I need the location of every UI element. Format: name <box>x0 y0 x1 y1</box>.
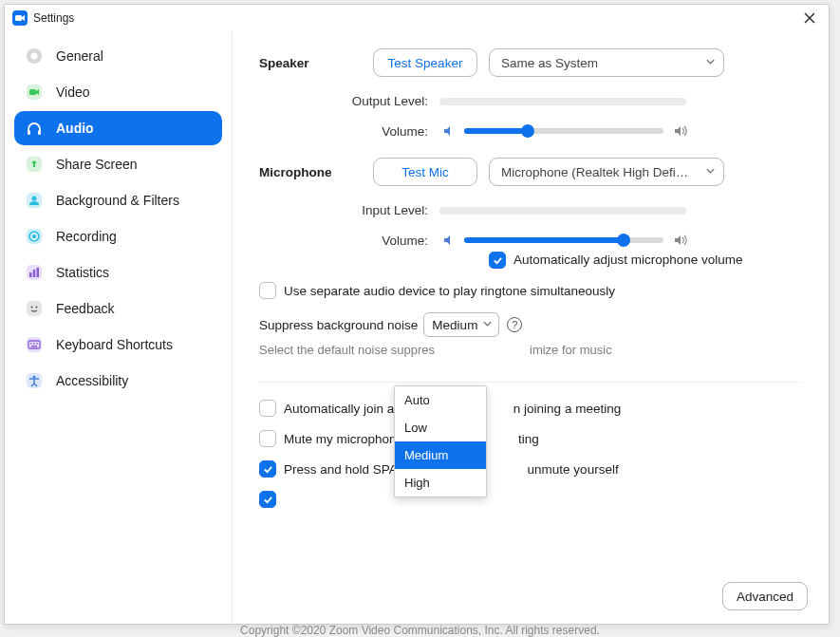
svg-rect-1 <box>15 15 22 21</box>
advanced-button[interactable]: Advanced <box>722 582 808 610</box>
mute-mic-row: Mute my microphone whting <box>259 430 802 447</box>
divider <box>259 382 802 383</box>
content: Speaker Test Speaker Same as System Outp… <box>233 31 829 624</box>
window-title: Settings <box>33 11 74 25</box>
noise-select-value: Medium <box>432 318 477 332</box>
sidebar-item-label: Audio <box>56 121 94 136</box>
speaker-low-icon <box>441 123 457 139</box>
sidebar-item-shortcuts[interactable]: Keyboard Shortcuts <box>14 328 222 362</box>
sidebar-item-share-screen[interactable]: Share Screen <box>14 147 222 181</box>
sidebar-item-feedback[interactable]: Feedback <box>14 291 222 326</box>
body: General Video Audio Share Screen Backgro… <box>5 31 829 624</box>
titlebar: Settings <box>5 5 829 31</box>
mic-volume-label: Volume: <box>259 234 439 248</box>
space-key-row: Press and hold SPACE keunmute yourself <box>259 460 802 478</box>
ringtone-row: Use separate audio device to play ringto… <box>259 282 802 299</box>
background-icon <box>24 190 45 211</box>
svg-rect-16 <box>33 270 36 277</box>
partial-row <box>259 491 802 508</box>
svg-point-10 <box>32 197 37 201</box>
copyright-text: Copyright ©2020 Zoom Video Communication… <box>0 624 840 637</box>
chevron-down-icon <box>705 56 716 70</box>
partial-checkbox[interactable] <box>259 491 276 508</box>
sidebar-item-accessibility[interactable]: Accessibility <box>14 364 222 398</box>
sidebar-item-label: Keyboard Shortcuts <box>56 337 173 352</box>
speaker-volume-row: Volume: <box>259 123 802 139</box>
settings-window: Settings General Video Audio Share Scree… <box>4 4 830 625</box>
recording-icon <box>24 226 45 247</box>
chevron-down-icon <box>482 318 493 332</box>
accessibility-icon <box>24 370 45 391</box>
sidebar-item-audio[interactable]: Audio <box>14 111 222 145</box>
svg-rect-25 <box>36 343 38 345</box>
noise-label: Suppress background noise <box>259 318 418 332</box>
input-level-row: Input Level: <box>259 203 802 217</box>
help-icon[interactable]: ? <box>507 317 522 332</box>
auto-adjust-label: Automatically adjust microphone volume <box>513 252 743 269</box>
mute-mic-checkbox[interactable] <box>259 430 276 447</box>
mic-device-value: Microphone (Realtek High Definit… <box>501 165 691 179</box>
svg-point-3 <box>31 53 38 60</box>
auto-join-checkbox[interactable] <box>259 400 276 417</box>
noise-option-high[interactable]: High <box>395 469 486 496</box>
speaker-device-select[interactable]: Same as System <box>489 48 724 77</box>
ringtone-label: Use separate audio device to play ringto… <box>284 284 615 298</box>
sidebar-item-background[interactable]: Background & Filters <box>14 183 222 217</box>
output-level-bar <box>439 98 686 105</box>
sidebar-item-video[interactable]: Video <box>14 75 222 109</box>
svg-point-20 <box>36 307 38 309</box>
noise-select[interactable]: Medium <box>423 312 499 337</box>
app-icon <box>12 10 28 26</box>
auto-adjust-row: Automatically adjust microphone volume <box>489 252 755 269</box>
auto-adjust-checkbox[interactable] <box>489 252 506 269</box>
speaker-device-value: Same as System <box>501 56 598 70</box>
sidebar-item-label: General <box>56 48 103 64</box>
mic-device-select[interactable]: Microphone (Realtek High Definit… <box>489 158 724 186</box>
mic-volume-slider[interactable] <box>464 237 663 243</box>
footer: Advanced <box>722 582 808 610</box>
svg-rect-17 <box>37 268 40 277</box>
svg-rect-23 <box>30 343 32 345</box>
test-mic-button[interactable]: Test Mic <box>373 158 477 186</box>
sidebar-item-label: Background & Filters <box>56 193 179 208</box>
headphones-icon <box>24 118 45 139</box>
svg-rect-18 <box>27 301 42 316</box>
space-key-checkbox[interactable] <box>259 460 276 478</box>
chevron-down-icon <box>705 165 716 179</box>
noise-dropdown: Auto Low Medium High <box>394 385 487 497</box>
sidebar-item-label: Recording <box>56 229 117 244</box>
sidebar-item-recording[interactable]: Recording <box>14 219 222 253</box>
share-screen-icon <box>24 154 45 175</box>
svg-point-19 <box>31 307 33 309</box>
ringtone-checkbox[interactable] <box>259 282 276 299</box>
noise-option-low[interactable]: Low <box>395 414 486 441</box>
close-button[interactable] <box>798 7 821 29</box>
auto-join-row: Automatically join audion joining a meet… <box>259 400 802 417</box>
mic-section-label: Microphone <box>259 165 373 179</box>
noise-option-auto[interactable]: Auto <box>395 386 486 414</box>
svg-point-28 <box>32 375 35 378</box>
sidebar-item-label: Feedback <box>56 301 114 316</box>
sidebar-item-label: Share Screen <box>56 157 138 172</box>
mic-volume-row: Volume: <box>259 233 802 248</box>
input-level-bar <box>439 207 686 215</box>
keyboard-icon <box>24 334 45 355</box>
speaker-volume-slider[interactable] <box>464 128 663 134</box>
sidebar-item-statistics[interactable]: Statistics <box>14 255 222 290</box>
svg-rect-24 <box>33 343 35 345</box>
sidebar-item-general[interactable]: General <box>14 39 222 73</box>
gear-icon <box>24 46 45 66</box>
svg-point-13 <box>32 234 36 238</box>
noise-hint: Select the default noise suppresimize fo… <box>259 343 802 357</box>
noise-option-medium[interactable]: Medium <box>395 441 486 469</box>
test-speaker-button[interactable]: Test Speaker <box>373 48 477 77</box>
svg-rect-7 <box>38 130 41 135</box>
svg-rect-26 <box>31 346 37 347</box>
noise-row: Suppress background noise Medium ? <box>259 312 802 337</box>
feedback-icon <box>24 298 45 319</box>
speaker-high-icon <box>673 233 688 248</box>
mic-row: Microphone Test Mic Microphone (Realtek … <box>259 158 802 186</box>
video-icon <box>24 82 45 103</box>
output-level-label: Output Level: <box>259 94 439 108</box>
svg-rect-6 <box>28 130 30 135</box>
